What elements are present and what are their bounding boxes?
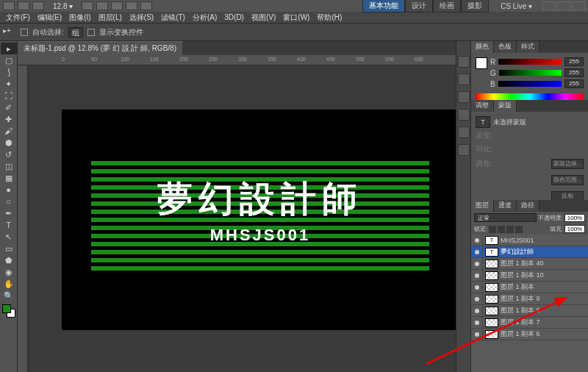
menu-image[interactable]: 图像(I) (66, 12, 93, 23)
b-slider[interactable] (498, 81, 562, 87)
arrange-icon[interactable] (126, 1, 137, 10)
screenmode-icon[interactable] (140, 1, 152, 10)
menu-help[interactable]: 帮助(H) (314, 12, 345, 23)
fill-input[interactable]: 100% (564, 225, 585, 233)
eyedropper-tool[interactable]: ✐ (1, 101, 17, 113)
mask-edge-button[interactable]: 蒙版边缘... (551, 159, 584, 169)
layers-tab[interactable]: 图层 (471, 200, 494, 212)
foreground-color[interactable] (2, 304, 11, 313)
marquee-tool[interactable]: ▢ (1, 54, 17, 66)
layer-row[interactable]: 图层 1 副本 9 (471, 293, 588, 305)
r-slider[interactable] (498, 59, 562, 65)
maximize-button[interactable] (557, 1, 570, 10)
stamp-tool[interactable]: ⬢ (1, 137, 17, 149)
menu-3d[interactable]: 3D(D) (221, 13, 247, 21)
r-value[interactable]: 255 (564, 57, 584, 66)
visibility-toggle[interactable] (471, 305, 483, 317)
workspace-tab-essentials[interactable]: 基本功能 (362, 0, 405, 12)
menu-analysis[interactable]: 分析(A) (190, 12, 220, 23)
zoom-icon[interactable] (96, 1, 108, 10)
layer-row[interactable]: T MHSJS001 (471, 235, 588, 246)
menu-edit[interactable]: 编辑(E) (35, 12, 65, 23)
crop-tool[interactable]: ⛶ (1, 90, 17, 101)
color-tab[interactable]: 颜色 (471, 41, 494, 53)
workspace-tab-photography[interactable]: 摄影 (461, 0, 489, 12)
3dcam-tool[interactable]: ◉ (1, 266, 17, 278)
lasso-tool[interactable]: ⟆ (1, 66, 17, 78)
blur-tool[interactable]: ● (1, 184, 17, 196)
visibility-toggle[interactable] (471, 270, 483, 282)
lock-transparent-icon[interactable] (489, 226, 496, 233)
menu-file[interactable]: 文件(F) (3, 12, 33, 23)
hand-icon[interactable] (82, 1, 93, 10)
bridge-icon[interactable] (18, 1, 29, 10)
autoselect-checkbox[interactable] (21, 29, 28, 36)
minibrowse-icon[interactable] (32, 1, 44, 10)
layer-row[interactable]: 图层 1 副本 6 (471, 329, 588, 340)
layer-row[interactable]: T 夢幻設計師 (471, 246, 588, 258)
visibility-toggle[interactable] (471, 246, 483, 258)
layer-row[interactable]: 图层 1 副本 8 (471, 305, 588, 317)
adjustments-tab[interactable]: 调整 (471, 100, 494, 112)
brushes-panel-icon[interactable] (458, 91, 470, 103)
styles-tab[interactable]: 样式 (517, 41, 539, 53)
actions-panel-icon[interactable] (458, 74, 470, 85)
rotate-icon[interactable] (111, 1, 123, 10)
visibility-toggle[interactable] (471, 258, 483, 270)
autoselect-dropdown[interactable]: 组 (68, 27, 83, 37)
workspace-tab-painting[interactable]: 绘画 (433, 0, 461, 12)
pen-tool[interactable]: ✒ (1, 207, 17, 219)
canvas[interactable]: 夢幻設計師 MHSJS001 (62, 110, 456, 330)
3d-tool[interactable]: ⬟ (1, 254, 17, 266)
menu-layer[interactable]: 图层(L) (96, 12, 125, 23)
menu-window[interactable]: 窗口(W) (280, 12, 312, 23)
gradient-tool[interactable]: ▦ (1, 172, 17, 184)
dodge-tool[interactable]: ○ (1, 196, 17, 207)
menu-select[interactable]: 选择(S) (126, 12, 157, 23)
menu-view[interactable]: 视图(V) (248, 12, 279, 23)
wand-tool[interactable]: ✦ (1, 78, 17, 90)
cslive-menu[interactable]: CS Live ▾ (496, 1, 537, 11)
hand-tool[interactable]: ✋ (1, 278, 17, 290)
showcontrols-checkbox[interactable] (87, 29, 95, 36)
minimize-button[interactable] (542, 1, 556, 10)
masks-tab[interactable]: 蒙版 (494, 100, 517, 112)
lock-position-icon[interactable] (506, 226, 514, 233)
visibility-toggle[interactable] (471, 329, 483, 340)
type-tool[interactable]: T (1, 219, 17, 231)
close-button[interactable] (572, 1, 585, 10)
brush-tool[interactable]: 🖌 (1, 125, 17, 137)
layer-row[interactable]: 图层 1 副本 (471, 282, 588, 293)
history-panel-icon[interactable] (458, 56, 470, 68)
opacity-input[interactable]: 100% (564, 214, 585, 222)
canvas-workspace[interactable]: 夢幻設計師 MHSJS001 (18, 65, 456, 372)
path-tool[interactable]: ↖ (1, 231, 17, 243)
color-swatches[interactable] (2, 304, 15, 318)
visibility-toggle[interactable] (471, 293, 483, 305)
workspace-tab-design[interactable]: 设计 (405, 0, 433, 12)
color-range-button[interactable]: 颜色范围... (551, 175, 584, 185)
zoom-tool[interactable]: 🔍 (1, 290, 17, 301)
g-slider[interactable] (499, 70, 562, 76)
menu-filter[interactable]: 滤镜(T) (158, 12, 188, 23)
lock-all-icon[interactable] (515, 226, 523, 233)
zoom-display[interactable]: 12.8 ▾ (53, 2, 73, 10)
history-brush-tool[interactable]: ↺ (1, 149, 17, 160)
visibility-toggle[interactable] (471, 282, 483, 293)
layer-row[interactable]: 图层 1 副本 40 (471, 258, 588, 270)
shape-tool[interactable]: ▭ (1, 243, 17, 254)
document-tab[interactable]: 未标题-1.psd @ 12.8% (夢 幻 設 計 師, RGB/8) (18, 41, 182, 55)
color-panel-swatch[interactable] (476, 57, 487, 69)
ps-logo-icon[interactable] (3, 1, 15, 10)
layer-row[interactable]: 图层 1 副本 7 (471, 317, 588, 329)
b-value[interactable]: 255 (564, 79, 584, 88)
move-tool[interactable]: ▸ (1, 43, 17, 54)
char-panel-icon[interactable] (458, 126, 470, 138)
eraser-tool[interactable]: ◫ (1, 160, 17, 172)
layer-row[interactable]: 图层 1 副本 10 (471, 270, 588, 282)
swatches-tab[interactable]: 色板 (494, 41, 517, 53)
blend-mode-select[interactable]: 正常 (474, 213, 537, 222)
paths-tab[interactable]: 路径 (517, 200, 539, 212)
para-panel-icon[interactable] (458, 144, 470, 156)
heal-tool[interactable]: ✚ (1, 113, 17, 125)
